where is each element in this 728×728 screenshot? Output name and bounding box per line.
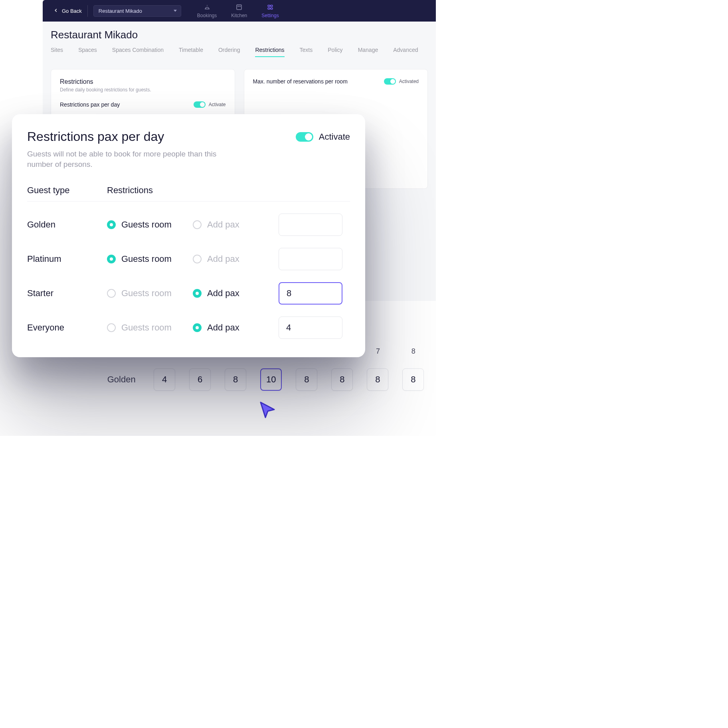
row-starter-label: Starter <box>27 288 107 299</box>
svg-rect-0 <box>237 5 241 10</box>
radio-golden-add-pax-label: Add pax <box>207 220 239 230</box>
overlay-subtitle: Guests will not be able to book for more… <box>27 149 227 169</box>
overlay-activate-toggle[interactable] <box>296 132 313 142</box>
svg-rect-4 <box>271 5 273 6</box>
row-platinum: Platinum Guests room Add pax <box>27 248 350 270</box>
tab-ordering[interactable]: Ordering <box>218 47 240 57</box>
card2-toggle[interactable] <box>384 78 396 85</box>
restaurant-select[interactable]: Restaurant Mikado <box>93 5 181 17</box>
settings-icon <box>267 4 274 12</box>
radio-golden-guests-room-label: Guests room <box>121 220 172 230</box>
stay-box-1[interactable]: 4 <box>154 368 175 391</box>
nav-settings[interactable]: Settings <box>261 4 279 18</box>
restrictions-overlay: Restrictions pax per day Activate Guests… <box>12 114 365 357</box>
nav-settings-label: Settings <box>261 13 279 18</box>
card1-title: Restrictions pax per day <box>60 101 120 108</box>
radio-golden-add-pax[interactable] <box>193 220 202 229</box>
radio-everyone-add-pax[interactable] <box>193 323 202 332</box>
stay-box-4[interactable]: 10 <box>260 368 282 391</box>
tab-timetable[interactable]: Timetable <box>179 47 203 57</box>
bell-icon <box>204 4 211 12</box>
card2-title: Max. number of reservations per room <box>253 78 348 85</box>
overlay-grid-header: Guest type Restrictions <box>27 185 350 202</box>
input-platinum-pax[interactable] <box>279 248 342 270</box>
stay-box-6[interactable]: 8 <box>331 368 353 391</box>
card2-toggle-label: Activated <box>399 79 419 84</box>
row-everyone: Everyone Guests room Add pax <box>27 317 350 339</box>
card1-toggle-label: Activate <box>209 102 226 107</box>
radio-platinum-guests-room[interactable] <box>107 255 116 263</box>
row-platinum-label: Platinum <box>27 254 107 264</box>
row-everyone-label: Everyone <box>27 322 107 333</box>
tab-texts[interactable]: Texts <box>300 47 313 57</box>
radio-starter-guests-room-label: Guests room <box>121 288 172 299</box>
row-golden: Golden Guests room Add pax <box>27 214 350 236</box>
svg-rect-6 <box>271 8 273 9</box>
overlay-title: Restrictions pax per day <box>27 129 164 144</box>
svg-point-1 <box>238 6 239 7</box>
stay-box-8[interactable]: 8 <box>402 368 424 391</box>
page-title: Restaurant Mikado <box>51 29 428 41</box>
radio-platinum-add-pax-label: Add pax <box>207 254 239 264</box>
svg-rect-3 <box>268 5 270 6</box>
topbar: Go Back Restaurant Mikado Bookings Kitch… <box>43 0 436 22</box>
restaurant-select-value: Restaurant Mikado <box>99 8 142 14</box>
col-guest-type: Guest type <box>27 185 107 196</box>
stay-box-5[interactable]: 8 <box>296 368 317 391</box>
tab-spaces[interactable]: Spaces <box>78 47 97 57</box>
radio-starter-guests-room[interactable] <box>107 289 116 298</box>
topnav: Bookings Kitchen Settings <box>197 4 279 18</box>
radio-everyone-guests-room[interactable] <box>107 323 116 332</box>
tab-spaces-combination[interactable]: Spaces Combination <box>112 47 164 57</box>
stay-box-2[interactable]: 6 <box>189 368 211 391</box>
svg-point-2 <box>240 6 241 7</box>
radio-starter-add-pax[interactable] <box>193 289 202 298</box>
nav-kitchen[interactable]: Kitchen <box>231 4 247 18</box>
row-golden-label: Golden <box>27 220 107 230</box>
tab-restrictions[interactable]: Restrictions <box>255 47 284 57</box>
tab-policy[interactable]: Policy <box>328 47 342 57</box>
card1-toggle[interactable] <box>194 101 206 108</box>
strip-row-golden: Golden 4 6 8 10 8 8 8 8 <box>5 368 431 391</box>
radio-starter-add-pax-label: Add pax <box>207 288 239 299</box>
go-back-button[interactable]: Go Back <box>47 5 88 17</box>
input-starter-pax[interactable] <box>279 282 342 305</box>
go-back-label: Go Back <box>62 8 82 14</box>
radio-everyone-guests-room-label: Guests room <box>121 322 172 333</box>
nav-bookings-label: Bookings <box>197 13 217 18</box>
row-starter: Starter Guests room Add pax <box>27 282 350 305</box>
radio-golden-guests-room[interactable] <box>107 220 116 229</box>
section-title: Restrictions <box>60 78 226 85</box>
chevron-left-icon <box>53 8 59 14</box>
nav-kitchen-label: Kitchen <box>231 13 247 18</box>
radio-platinum-guests-room-label: Guests room <box>121 254 172 264</box>
tick-7: 7 <box>360 347 396 356</box>
cursor-icon <box>257 399 277 421</box>
input-everyone-pax[interactable] <box>279 317 342 339</box>
nav-bookings[interactable]: Bookings <box>197 4 217 18</box>
tabs: Sites Spaces Spaces Combination Timetabl… <box>51 47 428 57</box>
stay-box-3[interactable]: 8 <box>225 368 246 391</box>
radio-everyone-add-pax-label: Add pax <box>207 322 239 333</box>
stove-icon <box>235 4 243 12</box>
tab-advanced[interactable]: Advanced <box>393 47 418 57</box>
svg-rect-5 <box>268 8 270 9</box>
strip-guest-label: Golden <box>5 374 147 385</box>
stay-box-7[interactable]: 8 <box>367 368 388 391</box>
tick-8: 8 <box>396 347 431 356</box>
section-subtitle: Define daily booking restrictions for gu… <box>60 87 226 93</box>
radio-platinum-add-pax[interactable] <box>193 255 202 263</box>
col-restrictions: Restrictions <box>107 185 153 196</box>
overlay-activate-label: Activate <box>319 132 350 142</box>
tab-sites[interactable]: Sites <box>51 47 63 57</box>
input-golden-pax[interactable] <box>279 214 342 236</box>
tab-manage[interactable]: Manage <box>358 47 378 57</box>
